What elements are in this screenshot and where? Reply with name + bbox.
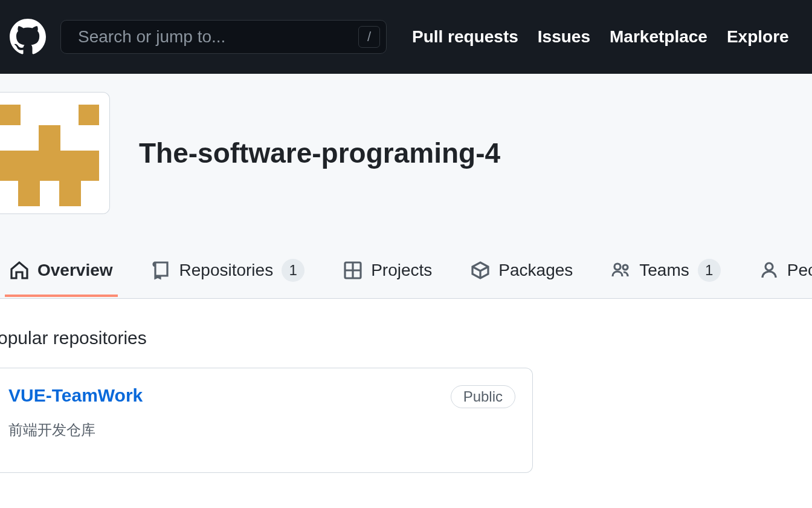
repo-icon <box>152 261 171 280</box>
tab-label: Packages <box>498 261 573 280</box>
repo-count: 1 <box>282 259 304 282</box>
popular-repos-heading: opular repositories <box>0 328 812 348</box>
org-tabs: Overview Repositories 1 Projects Package… <box>0 248 812 299</box>
header-nav: Pull requests Issues Marketplace Explore <box>412 27 789 47</box>
tab-label: Projects <box>371 261 432 280</box>
package-icon <box>471 261 490 280</box>
nav-explore[interactable]: Explore <box>727 27 789 47</box>
tab-label: Overview <box>37 261 113 280</box>
repo-card: VUE-TeamWork Public 前端开发仓库 <box>0 368 533 473</box>
tab-repositories[interactable]: Repositories 1 <box>147 248 310 299</box>
tab-label: People <box>787 261 812 280</box>
nav-issues[interactable]: Issues <box>538 27 590 47</box>
search-placeholder: Search or jump to... <box>78 27 225 47</box>
search-input[interactable]: Search or jump to... / <box>60 20 387 54</box>
repo-card-header: VUE-TeamWork Public <box>8 385 515 408</box>
visibility-badge: Public <box>451 385 515 408</box>
tab-packages[interactable]: Packages <box>466 250 578 297</box>
tab-teams[interactable]: Teams 1 <box>607 248 725 299</box>
svg-point-3 <box>765 263 773 270</box>
svg-point-1 <box>614 264 620 270</box>
repo-description: 前端开发仓库 <box>8 420 515 440</box>
tab-label: Teams <box>639 261 689 280</box>
global-header: Search or jump to... / Pull requests Iss… <box>0 0 812 74</box>
github-mark-icon <box>10 19 46 55</box>
github-logo[interactable] <box>10 19 46 55</box>
svg-point-2 <box>623 265 628 270</box>
org-name: The-software-programing-4 <box>139 137 500 169</box>
org-header: The-software-programing-4 Overview Repos… <box>0 74 812 299</box>
nav-pull-requests[interactable]: Pull requests <box>412 27 518 47</box>
person-icon <box>759 261 779 280</box>
org-title-row: The-software-programing-4 <box>0 92 812 248</box>
slash-key-hint: / <box>358 26 380 48</box>
tab-label: Repositories <box>179 261 274 280</box>
project-icon <box>343 261 362 280</box>
teams-count: 1 <box>698 259 721 282</box>
people-icon <box>611 261 631 280</box>
tab-people[interactable]: People <box>755 250 812 297</box>
nav-marketplace[interactable]: Marketplace <box>610 27 707 47</box>
repo-link[interactable]: VUE-TeamWork <box>8 385 143 406</box>
tab-overview[interactable]: Overview <box>5 250 118 297</box>
home-icon <box>10 261 29 280</box>
main-content: opular repositories VUE-TeamWork Public … <box>0 299 812 473</box>
tab-projects[interactable]: Projects <box>338 250 437 297</box>
org-avatar[interactable] <box>0 92 110 214</box>
